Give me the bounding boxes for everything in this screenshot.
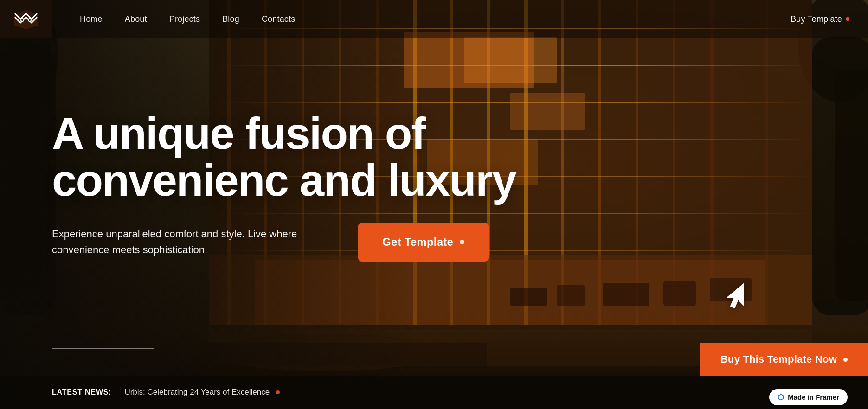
buy-template-button[interactable]: Buy Template	[791, 14, 849, 24]
nav-item-home[interactable]: Home	[80, 14, 103, 24]
buy-template-bullet	[846, 17, 849, 21]
get-template-button[interactable]: Get Template	[358, 223, 489, 262]
news-bullet	[276, 390, 280, 394]
navbar-left: Home About Projects Blog Contacts	[0, 0, 295, 38]
get-template-bullet	[460, 240, 464, 244]
svg-point-54	[21, 19, 23, 21]
framer-icon: ⬡	[778, 393, 784, 402]
buy-template-label: Buy Template	[791, 14, 842, 24]
framer-label: Made in Framer	[788, 393, 839, 401]
logo-box[interactable]	[0, 0, 52, 38]
nav-item-projects[interactable]: Projects	[169, 14, 200, 24]
nav-link-contacts[interactable]: Contacts	[262, 14, 295, 24]
logo-icon	[13, 9, 39, 29]
hero-subtext: Experience unparalleled comfort and styl…	[52, 226, 321, 258]
get-template-label: Get Template	[382, 236, 453, 249]
news-text: Urbis: Celebrating 24 Years of Excellenc…	[124, 388, 280, 397]
buy-now-bullet	[843, 358, 848, 362]
nav-links: Home About Projects Blog Contacts	[80, 14, 295, 24]
hero-heading: A unique fusion of convenienc and luxury	[52, 110, 590, 204]
hero-divider	[52, 348, 154, 349]
cursor-icon	[723, 282, 747, 316]
news-bar: LATEST NEWS: Urbis: Celebrating 24 Years…	[0, 376, 868, 409]
navbar: Home About Projects Blog Contacts Buy Te…	[0, 0, 868, 38]
news-label: LATEST NEWS:	[52, 388, 111, 396]
buy-now-button[interactable]: Buy This Template Now	[700, 343, 868, 376]
nav-link-projects[interactable]: Projects	[169, 14, 200, 24]
news-text-content: Urbis: Celebrating 24 Years of Excellenc…	[124, 388, 270, 397]
nav-item-about[interactable]: About	[125, 14, 147, 24]
hero-bottom: Experience unparalleled comfort and styl…	[52, 223, 868, 262]
framer-badge[interactable]: ⬡ Made in Framer	[769, 389, 848, 405]
nav-item-contacts[interactable]: Contacts	[262, 14, 295, 24]
nav-link-about[interactable]: About	[125, 14, 147, 24]
nav-item-blog[interactable]: Blog	[222, 14, 239, 24]
svg-point-55	[29, 19, 31, 21]
buy-now-label: Buy This Template Now	[720, 353, 837, 365]
nav-link-home[interactable]: Home	[80, 14, 103, 24]
nav-link-blog[interactable]: Blog	[222, 14, 239, 24]
